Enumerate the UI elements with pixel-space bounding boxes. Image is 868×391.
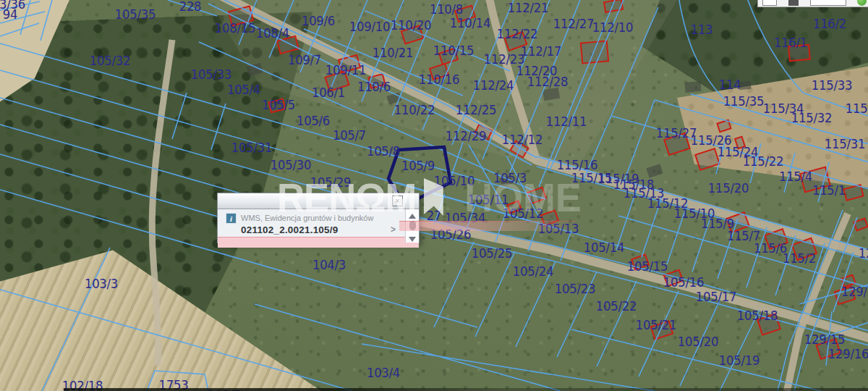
building-outline	[439, 49, 458, 64]
feature-id-row[interactable]: 021102_2.0021.105/9	[241, 224, 338, 235]
feature-row-highlight	[218, 237, 419, 248]
roof-shape	[646, 164, 663, 177]
building-outline	[430, 64, 448, 80]
buildings-layer	[229, 0, 868, 359]
bottom-dark-strip	[64, 388, 868, 391]
close-icon[interactable]: ×	[392, 196, 403, 206]
popup-header[interactable]	[218, 193, 419, 209]
building-outline	[269, 99, 286, 113]
building-outline	[507, 201, 521, 214]
building-outline	[664, 133, 689, 155]
scroll-down-icon[interactable]	[409, 237, 416, 242]
toolbar-status-icon[interactable]	[857, 0, 867, 6]
building-outline	[788, 45, 810, 61]
info-icon: i	[226, 213, 237, 224]
building-outline	[604, 0, 623, 12]
cadastral-overlay	[0, 0, 868, 391]
roof-shape	[542, 88, 560, 101]
building-outline	[695, 148, 719, 170]
chevron-right-icon: >	[391, 224, 396, 235]
roof-shape	[684, 81, 701, 93]
roof-shape	[739, 81, 752, 90]
building-outline	[505, 32, 527, 51]
building-outline	[651, 321, 673, 339]
building-outline	[735, 137, 745, 148]
toolbar-partial	[757, 0, 868, 7]
parcel-lines-layer	[0, 0, 868, 391]
feature-info-popup: × i WMS, Ewidencja gruntów i budynków 02…	[217, 193, 420, 243]
layer-source-label: WMS, Ewidencja gruntów i budynków	[241, 214, 373, 222]
map-canvas[interactable]: 3/3694105/35228108/15108/4105/32105/3310…	[0, 0, 868, 391]
building-outline	[401, 25, 423, 43]
toolbar-button[interactable]	[762, 0, 777, 6]
popup-body: i WMS, Ewidencja gruntów i budynków 0211…	[218, 209, 406, 243]
building-outline	[757, 314, 780, 335]
scroll-up-icon[interactable]	[409, 214, 416, 219]
feature-highlight-stripe	[399, 221, 576, 231]
toolbar-input[interactable]	[810, 0, 846, 6]
toolbar-grid-icon[interactable]	[788, 0, 799, 6]
